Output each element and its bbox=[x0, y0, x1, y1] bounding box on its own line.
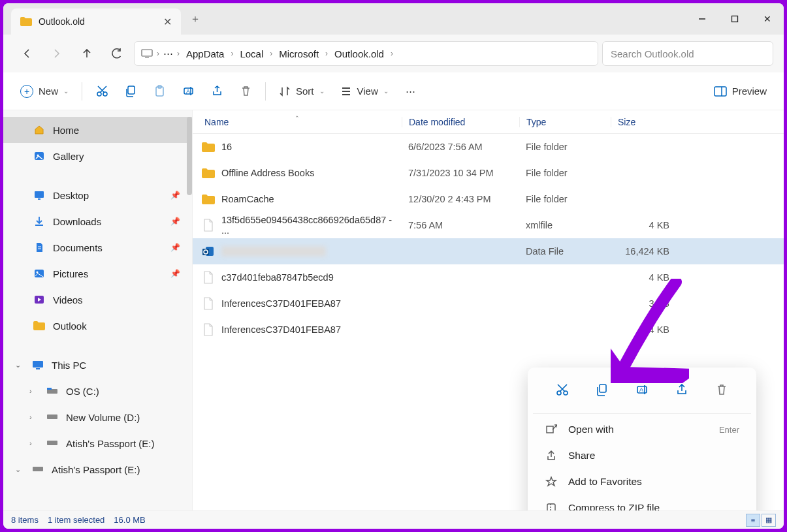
pin-icon: 📌 bbox=[170, 191, 180, 200]
new-tab-button[interactable]: ＋ bbox=[181, 12, 210, 26]
sidebar-item-passport-1[interactable]: › Atish's Passport (E:) bbox=[3, 430, 192, 456]
breadcrumb-local[interactable]: Local bbox=[237, 48, 266, 59]
status-size: 16.0 MB bbox=[114, 515, 145, 525]
sidebar-item-os-c[interactable]: › OS (C:) bbox=[3, 378, 192, 404]
sidebar-item-pictures[interactable]: Pictures 📌 bbox=[3, 260, 192, 287]
svg-text:A: A bbox=[186, 88, 190, 95]
breadcrumb-appdata[interactable]: AppData bbox=[184, 48, 227, 59]
context-menu: A Open with Enter Share Add to Favorites bbox=[528, 368, 756, 510]
sidebar-item-passport-2[interactable]: ⌄ Atish's Passport (E:) bbox=[3, 456, 192, 482]
svg-rect-33 bbox=[600, 384, 606, 392]
copy-button[interactable] bbox=[118, 79, 144, 104]
sidebar-item-desktop[interactable]: Desktop 📌 bbox=[3, 182, 192, 208]
ctx-open-with[interactable]: Open with Enter bbox=[533, 416, 751, 443]
share-button[interactable] bbox=[204, 79, 230, 104]
chevron-down-icon[interactable]: ⌄ bbox=[15, 465, 24, 474]
sidebar-item-outlook[interactable]: Outlook bbox=[3, 313, 192, 339]
breadcrumb[interactable]: › ⋯ › AppData › Local › Microsoft › Outl… bbox=[134, 41, 598, 66]
folder-icon bbox=[202, 193, 215, 206]
view-mode-buttons: ≡ ▦ bbox=[746, 514, 776, 527]
table-row[interactable]: c37d401feba87847b5ecd94 KB bbox=[193, 264, 784, 290]
pin-icon: 📌 bbox=[170, 243, 180, 252]
refresh-button[interactable] bbox=[104, 40, 130, 67]
search-input[interactable]: Search Outlook.old bbox=[602, 41, 773, 66]
preview-button[interactable]: Preview bbox=[707, 79, 773, 104]
cell-date: 6/6/2023 7:56 AM bbox=[402, 142, 519, 152]
sidebar-item-videos[interactable]: Videos bbox=[3, 287, 192, 313]
gallery-icon bbox=[33, 150, 45, 162]
sidebar: Home Gallery Desktop 📌 Downloads 📌 Docum… bbox=[3, 110, 193, 510]
sidebar-item-label: Videos bbox=[53, 294, 83, 305]
cut-icon[interactable] bbox=[551, 378, 574, 401]
up-button[interactable] bbox=[74, 40, 100, 67]
details-view-button[interactable]: ≡ bbox=[746, 514, 760, 527]
icons-view-button[interactable]: ▦ bbox=[762, 514, 776, 527]
svg-rect-16 bbox=[35, 191, 44, 198]
sidebar-item-thispc[interactable]: ⌄ This PC bbox=[3, 352, 192, 378]
svg-rect-12 bbox=[715, 87, 726, 96]
copy-icon[interactable] bbox=[590, 378, 614, 401]
paste-button[interactable] bbox=[146, 79, 172, 104]
share-icon[interactable] bbox=[670, 378, 694, 401]
file-icon bbox=[202, 323, 215, 336]
delete-icon[interactable] bbox=[710, 378, 733, 401]
sort-asc-icon: ⌃ bbox=[295, 115, 300, 121]
breadcrumb-microsoft[interactable]: Microsoft bbox=[276, 48, 321, 59]
minimize-button[interactable] bbox=[686, 3, 718, 35]
table-row[interactable]: 166/6/2023 7:56 AMFile folder bbox=[193, 134, 784, 160]
window-controls: ✕ bbox=[686, 3, 784, 35]
body: Home Gallery Desktop 📌 Downloads 📌 Docum… bbox=[3, 110, 784, 510]
outlook-icon bbox=[202, 245, 215, 258]
sidebar-item-new-volume[interactable]: › New Volume (D:) bbox=[3, 404, 192, 430]
svg-rect-6 bbox=[128, 86, 135, 94]
ctx-add-favorites[interactable]: Add to Favorites bbox=[533, 469, 751, 495]
cell-type: File folder bbox=[519, 168, 611, 178]
close-tab-icon[interactable]: ✕ bbox=[163, 16, 172, 28]
sidebar-item-gallery[interactable]: Gallery bbox=[3, 143, 192, 169]
sidebar-item-label: Home bbox=[53, 125, 79, 136]
sidebar-item-documents[interactable]: Documents 📌 bbox=[3, 234, 192, 260]
chevron-right-icon[interactable]: › bbox=[29, 387, 39, 395]
pin-icon: 📌 bbox=[170, 269, 180, 278]
sidebar-item-label: Downloads bbox=[53, 216, 101, 227]
sidebar-item-home[interactable]: Home bbox=[3, 117, 192, 143]
sort-button[interactable]: Sort ⌄ bbox=[272, 79, 331, 104]
more-button[interactable]: ⋯ bbox=[398, 79, 424, 104]
chevron-right-icon[interactable]: › bbox=[29, 413, 39, 421]
ctx-compress-zip[interactable]: Compress to ZIP file bbox=[533, 495, 751, 510]
maximize-button[interactable] bbox=[718, 3, 751, 35]
table-row[interactable]: Data File16,424 KB bbox=[193, 238, 784, 264]
column-date[interactable]: Date modified bbox=[402, 117, 519, 127]
delete-button[interactable] bbox=[233, 79, 259, 104]
ctx-share[interactable]: Share bbox=[533, 443, 751, 469]
table-row[interactable]: InferencesC37D401FEBA873 KB bbox=[193, 290, 784, 317]
cut-button[interactable] bbox=[89, 79, 115, 104]
cell-type: Data File bbox=[519, 246, 611, 257]
table-row[interactable]: InferencesC37D401FEBA874 KB bbox=[193, 317, 784, 343]
rename-button[interactable]: A bbox=[175, 79, 201, 104]
column-type[interactable]: Type bbox=[519, 117, 611, 127]
drive-icon bbox=[32, 466, 44, 473]
breadcrumb-outlook-old[interactable]: Outlook.old bbox=[332, 48, 387, 59]
scrollbar[interactable] bbox=[187, 117, 192, 195]
tab-outlook-old[interactable]: Outlook.old ✕ bbox=[11, 8, 181, 35]
column-size[interactable]: Size bbox=[611, 117, 676, 127]
pin-icon: 📌 bbox=[170, 217, 180, 226]
rename-icon[interactable]: A bbox=[630, 378, 654, 401]
new-button[interactable]: + New ⌄ bbox=[14, 79, 75, 104]
back-button[interactable] bbox=[14, 40, 40, 67]
svg-rect-24 bbox=[47, 388, 52, 390]
table-row[interactable]: RoamCache12/30/20 2 4:43 PMFile folder bbox=[193, 186, 784, 212]
view-button[interactable]: View ⌄ bbox=[334, 79, 395, 104]
column-name[interactable]: ⌃Name bbox=[193, 117, 402, 127]
sidebar-item-downloads[interactable]: Downloads 📌 bbox=[3, 208, 192, 234]
filename: RoamCache bbox=[221, 194, 274, 204]
table-row[interactable]: 13f5d655e09456438cc866926da65d87 - ...7:… bbox=[193, 212, 784, 238]
forward-button[interactable] bbox=[44, 40, 70, 67]
ellipsis-icon[interactable]: ⋯ bbox=[163, 48, 173, 59]
table-row[interactable]: Offline Address Books7/31/2023 10 34 PMF… bbox=[193, 160, 784, 186]
chevron-down-icon[interactable]: ⌄ bbox=[15, 361, 24, 369]
chevron-right-icon[interactable]: › bbox=[29, 439, 39, 447]
close-window-button[interactable]: ✕ bbox=[751, 3, 784, 35]
svg-rect-26 bbox=[47, 441, 57, 445]
